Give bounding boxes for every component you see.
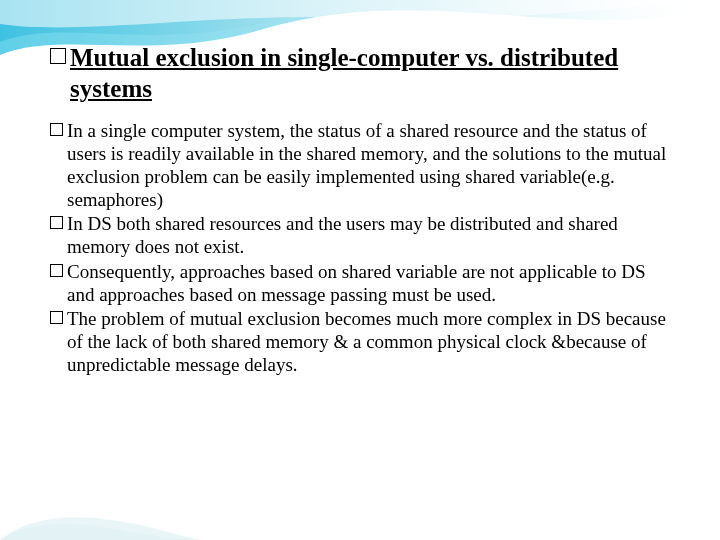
- list-item-text: The problem of mutual exclusion becomes …: [67, 307, 670, 377]
- list-item: In a single computer system, the status …: [50, 119, 670, 212]
- bottom-swoosh-decoration: [0, 480, 200, 540]
- list-item: Consequently, approaches based on shared…: [50, 260, 670, 306]
- list-item-text: Consequently, approaches based on shared…: [67, 260, 670, 306]
- list-item: The problem of mutual exclusion becomes …: [50, 307, 670, 377]
- list-item-text: In a single computer system, the status …: [67, 119, 670, 212]
- slide-title: Mutual exclusion in single-computer vs. …: [70, 42, 670, 105]
- square-bullet-icon: [50, 264, 63, 277]
- square-bullet-icon: [50, 216, 63, 229]
- square-bullet-icon: [50, 311, 63, 324]
- title-row: Mutual exclusion in single-computer vs. …: [50, 42, 670, 105]
- list-item-text: In DS both shared resources and the user…: [67, 212, 670, 258]
- square-bullet-icon: [50, 48, 66, 64]
- square-bullet-icon: [50, 123, 63, 136]
- slide-content: Mutual exclusion in single-computer vs. …: [50, 42, 670, 377]
- bullet-list: In a single computer system, the status …: [50, 119, 670, 377]
- list-item: In DS both shared resources and the user…: [50, 212, 670, 258]
